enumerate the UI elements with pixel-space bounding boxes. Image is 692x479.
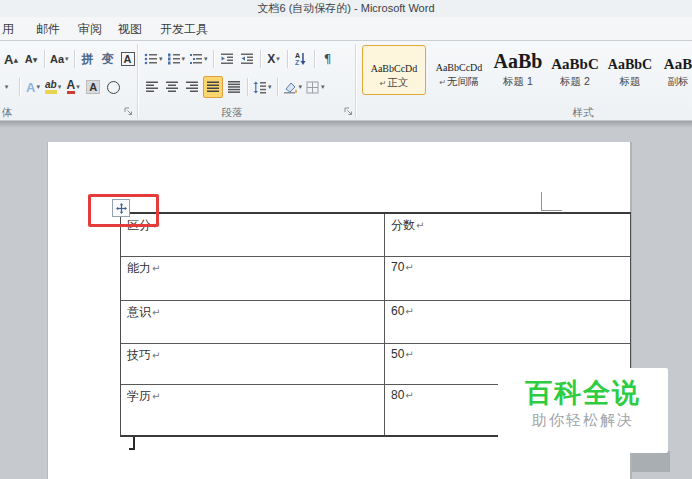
change-case-button[interactable]: Aa▾	[49, 49, 70, 69]
cell-mark-icon: ↵	[152, 391, 160, 402]
dropdown-caret-icon: ▾	[299, 83, 303, 91]
table-row: 能力↵ 70↵	[121, 257, 630, 301]
increase-indent-icon	[240, 53, 254, 65]
paragraph-group-row1: ▾ ▾ ▾ X▾ AZ ¶	[143, 48, 337, 70]
multilevel-list-icon	[189, 53, 203, 65]
style-no-spacing[interactable]: AaBbCcDd ↵无间隔	[430, 47, 488, 93]
window-title: 文档6 (自动保存的) - Microsoft Word	[257, 2, 434, 14]
line-spacing-button[interactable]: ▾	[252, 77, 273, 97]
borders-button[interactable]: ▾	[305, 77, 326, 97]
sort-down-arrow-icon	[300, 53, 306, 66]
convert-case-icon[interactable]: 变	[99, 49, 117, 69]
watermark-subtitle: 助你轻松解决	[498, 411, 668, 430]
group-separator	[137, 44, 138, 118]
dropdown-caret-icon: ▾	[65, 55, 69, 63]
increase-indent-button[interactable]	[238, 49, 256, 69]
grow-font-button[interactable]: A▲	[2, 49, 20, 69]
align-center-icon	[165, 81, 179, 93]
align-center-button[interactable]	[163, 77, 181, 97]
phonetic-guide-icon[interactable]: 拼	[79, 49, 97, 69]
dropdown-caret-icon: ▾	[276, 55, 280, 63]
border-grid-icon	[306, 81, 320, 94]
watermark-badge: 百科全说 助你轻松解决	[498, 368, 668, 453]
numbering-button[interactable]: ▾	[166, 49, 187, 69]
ribbon-tab-row: 用 邮件 审阅 视图 开发工具	[0, 17, 692, 41]
bullets-icon	[144, 53, 158, 65]
table-cell[interactable]: 分数↵	[385, 214, 630, 256]
line-spacing-icon	[253, 81, 267, 94]
character-shading-button[interactable]: A	[84, 77, 102, 97]
style-heading1[interactable]: AaBb 标题 1	[490, 47, 546, 93]
paragraph-group-row2: ▾ ▾ ▾	[143, 76, 326, 98]
align-left-button[interactable]	[143, 77, 161, 97]
table-cell[interactable]: 学历↵	[121, 385, 385, 435]
ribbon: A▲ A▼ Aa▾ 拼 变 A ▾ A▾ ab▾ A▾ A ▾ ▾ ▾	[0, 41, 692, 121]
dropdown-caret-icon: ▾	[321, 83, 325, 91]
font-color-button[interactable]: A▾	[64, 77, 82, 97]
style-normal[interactable]: AaBbCcDd ↵正文	[362, 45, 426, 95]
paragraph-mark-icon: ↵	[439, 78, 446, 87]
paragraph-mark-icon: ↵	[380, 79, 387, 88]
enclose-characters-button[interactable]	[104, 77, 122, 97]
text-effects-button[interactable]: A▾	[24, 77, 42, 97]
numbering-icon	[167, 53, 181, 65]
styles-group-label: 样式	[523, 106, 643, 120]
decrease-indent-button[interactable]	[218, 49, 236, 69]
dropdown-caret-icon: ▾	[182, 55, 186, 63]
cell-mark-icon: ↵	[416, 220, 424, 231]
shading-button[interactable]: ▾	[282, 77, 304, 97]
red-highlight-box	[88, 194, 159, 227]
show-hide-marks-button[interactable]: ¶	[319, 49, 337, 69]
tab-mailings[interactable]: 邮件	[36, 21, 60, 38]
divider	[287, 50, 288, 68]
page-left-edge	[47, 142, 48, 479]
table-cell[interactable]: 技巧↵	[121, 344, 385, 384]
cell-mark-icon: ↵	[152, 307, 160, 318]
style-heading2[interactable]: AaBbC 标题 2	[548, 47, 602, 93]
divider	[314, 50, 315, 68]
align-right-icon	[185, 81, 199, 93]
style-subtitle[interactable]: AaB 副标	[658, 47, 692, 93]
character-border-button[interactable]: A	[119, 49, 137, 69]
dropdown-caret-icon: ▾	[204, 55, 208, 63]
divider	[247, 78, 248, 96]
align-right-button[interactable]	[183, 77, 201, 97]
paragraph-dialog-launcher[interactable]	[344, 107, 353, 116]
cell-mark-icon: ↵	[405, 306, 413, 317]
table-cell[interactable]: 能力↵	[121, 257, 385, 300]
font-group-label: 体	[2, 106, 13, 120]
cell-mark-icon: ↵	[405, 349, 413, 360]
justify-button[interactable]	[203, 76, 223, 98]
table-cell[interactable]: 70↵	[385, 257, 630, 300]
cell-mark-icon: ↵	[152, 263, 160, 274]
tab-developer[interactable]: 开发工具	[160, 21, 208, 38]
sort-button[interactable]: AZ	[292, 49, 310, 69]
font-dialog-launcher[interactable]	[124, 107, 133, 116]
distribute-button[interactable]	[225, 77, 243, 97]
cell-mark-icon: ↵	[405, 390, 413, 401]
dropdown-caret-icon[interactable]: ▾	[0, 77, 15, 97]
margin-mark-horizontal	[541, 210, 562, 211]
watermark-shadow	[632, 451, 670, 472]
divider	[213, 50, 214, 68]
pilcrow-icon: ¶	[324, 52, 332, 66]
table-cell[interactable]: 60↵	[385, 301, 630, 343]
paragraph-group-label: 段落	[180, 106, 284, 120]
window-titlebar: 文档6 (自动保存的) - Microsoft Word	[0, 0, 692, 17]
tab-review[interactable]: 审阅	[78, 21, 102, 38]
asian-layout-button[interactable]: X▾	[265, 49, 283, 69]
highlight-color-button[interactable]: ab▾	[44, 77, 62, 97]
text-cursor-foot	[129, 448, 134, 450]
table-cell[interactable]: 意识↵	[121, 301, 385, 343]
dialog-launcher-icon	[344, 107, 353, 116]
cell-mark-icon: ↵	[152, 350, 160, 361]
style-title[interactable]: AaBbC 标题	[604, 47, 656, 93]
table-cell[interactable]: 区分↵	[121, 214, 385, 256]
bullets-button[interactable]: ▾	[143, 49, 164, 69]
margin-mark-vertical	[541, 192, 542, 211]
table-row: 区分↵ 分数↵	[121, 214, 630, 257]
tab-view[interactable]: 视图	[118, 21, 142, 38]
tab-partial[interactable]: 用	[2, 21, 14, 38]
multilevel-list-button[interactable]: ▾	[188, 49, 209, 69]
shrink-font-button[interactable]: A▼	[22, 49, 40, 69]
